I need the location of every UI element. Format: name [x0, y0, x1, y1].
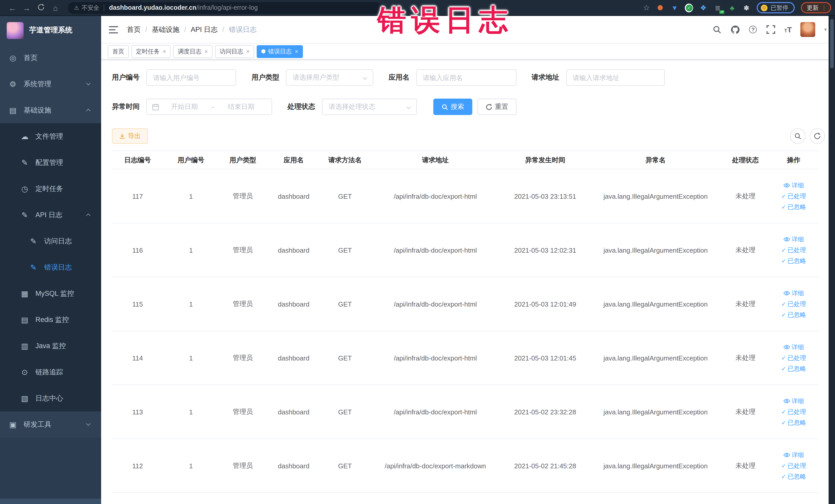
process-status-select[interactable]: 请选择处理状态 — [322, 99, 417, 115]
tab[interactable]: 访问日志 × — [215, 45, 254, 58]
paused-badge[interactable]: ☺ 已暂停 — [757, 2, 794, 13]
mark-processed-link[interactable]: ✓ 已处理 — [781, 246, 806, 255]
search-button[interactable]: 搜索 — [433, 99, 472, 115]
github-icon[interactable] — [731, 25, 740, 34]
breadcrumb-link[interactable]: API 日志 — [191, 25, 218, 34]
sidebar-item-label: 链路追踪 — [36, 367, 63, 377]
toggle-search-button[interactable] — [790, 128, 805, 144]
extension-puzzle-icon[interactable]: ✽ — [742, 4, 751, 12]
breadcrumb-link[interactable]: 首页 — [127, 25, 141, 34]
refresh-table-button[interactable] — [809, 128, 825, 144]
sidebar-item-system-management[interactable]: ⚙ 系统管理 — [0, 71, 101, 97]
cell-actions: 详细 ✓ 已处理 ✓ 已忽略 — [769, 439, 818, 493]
mark-ignored-link[interactable]: ✓ 已忽略 — [781, 257, 806, 265]
mark-ignored-link[interactable]: ✓ 已忽略 — [781, 472, 806, 481]
tab-close-icon[interactable]: × — [295, 45, 298, 57]
kebab-menu-icon[interactable]: ⋮ — [821, 4, 827, 11]
sidebar-item-log-center[interactable]: ▧ 日志中心 — [0, 385, 101, 411]
detail-link[interactable]: 详细 — [783, 450, 804, 459]
extension-off-badge-icon[interactable]: ≣off — [714, 4, 722, 12]
sidebar-item-label: 系统管理 — [24, 79, 51, 88]
sidebar-item-home[interactable]: ◎ 首页 — [0, 45, 101, 71]
help-icon[interactable]: ? — [749, 25, 758, 34]
sidebar-item-java-monitor[interactable]: ▥ Java 监控 — [0, 333, 101, 359]
tab[interactable]: 调度日志 × — [173, 45, 212, 58]
tab-close-icon[interactable]: × — [246, 45, 250, 57]
avatar[interactable] — [801, 22, 815, 37]
sidebar-item-error-log[interactable]: ✎ 错误日志 — [0, 254, 101, 280]
sidebar-item-tracing[interactable]: ⊙ 链路追踪 — [0, 359, 101, 385]
tab-close-icon[interactable]: × — [163, 45, 166, 57]
sidebar-item-dev-tools[interactable]: ▣ 研发工具 — [0, 411, 101, 438]
page-scrollbar[interactable] — [829, 16, 835, 504]
sidebar-item-api-log[interactable]: ✎ API 日志 — [0, 202, 101, 228]
bookmark-star-icon[interactable]: ☆ — [643, 3, 650, 12]
search-icon[interactable] — [713, 25, 722, 34]
sidebar-item-redis-monitor[interactable]: ▤ Redis 监控 — [0, 306, 101, 333]
address-bar[interactable]: ⚠ 不安全 dashboard.yudao.iocoder.cn/infra/l… — [68, 2, 382, 14]
page-content: 用户编号 用户类型 请选择用户类型 应用名 — [101, 60, 835, 504]
tab[interactable]: 定时任务 × — [131, 45, 171, 58]
detail-link[interactable]: 详细 — [783, 343, 804, 351]
fullscreen-icon[interactable] — [767, 25, 776, 34]
tab-close-icon[interactable]: × — [205, 45, 208, 57]
browser-home-icon[interactable]: ⌂ — [49, 3, 62, 12]
calendar-icon — [152, 103, 159, 110]
extension-leaf-icon[interactable]: ♣ — [728, 4, 736, 12]
extension-shield-icon[interactable]: ▼ — [670, 4, 679, 12]
hamburger-icon[interactable] — [109, 26, 118, 33]
cell-request-url: /api/infra/db-doc/export-html — [370, 223, 501, 277]
sidebar-item-config-management[interactable]: ✎ 配置管理 — [0, 149, 101, 176]
tab[interactable]: 首页 — [108, 45, 129, 58]
detail-link[interactable]: 详细 — [783, 181, 804, 190]
font-size-icon[interactable]: TT — [785, 26, 792, 33]
check-icon: ✓ — [781, 204, 786, 210]
mark-ignored-link[interactable]: ✓ 已忽略 — [781, 203, 806, 211]
sidebar-item-cron-jobs[interactable]: ◷ 定时任务 — [0, 176, 101, 202]
browser-back-icon[interactable]: ← — [6, 3, 19, 12]
user-type-select[interactable]: 请选择用户类型 — [286, 69, 373, 86]
reset-button[interactable]: 重置 — [477, 99, 516, 115]
mark-ignored-link[interactable]: ✓ 已忽略 — [781, 418, 806, 427]
app-logo-row[interactable]: 芋道管理系统 — [0, 16, 101, 45]
mark-processed-link[interactable]: ✓ 已处理 — [781, 461, 806, 470]
tab[interactable]: 错误日志 × — [257, 45, 303, 58]
sidebar-item-infrastructure[interactable]: ▤ 基础设施 — [0, 97, 101, 123]
cell-method: GET — [320, 331, 370, 385]
export-button[interactable]: 导出 — [112, 128, 148, 144]
detail-link[interactable]: 详细 — [783, 397, 804, 405]
mark-processed-link[interactable]: ✓ 已处理 — [781, 192, 806, 201]
dashboard-icon: ◎ — [8, 53, 18, 62]
breadcrumb-link[interactable]: 错误日志 — [229, 25, 257, 34]
update-button[interactable]: 更新 ⋮ — [801, 2, 831, 13]
exception-time-range[interactable]: 开始日期 - 结束日期 — [146, 99, 272, 115]
detail-link[interactable]: 详细 — [783, 289, 804, 298]
extension-grid-icon[interactable]: ❖ — [699, 4, 708, 12]
chevron-down-icon — [363, 76, 367, 80]
cell-user-type: 管理员 — [219, 385, 267, 439]
mark-processed-link[interactable]: ✓ 已处理 — [781, 354, 806, 362]
cell-user-id: 1 — [163, 439, 219, 493]
user-menu-caret-icon[interactable]: ▾ — [824, 27, 827, 32]
extension-orange-icon[interactable] — [656, 4, 664, 12]
sidebar-item-access-log[interactable]: ✎ 访问日志 — [0, 228, 101, 254]
request-url-input[interactable] — [566, 69, 665, 86]
sidebar-item-mysql-monitor[interactable]: ▦ MySQL 监控 — [0, 280, 101, 306]
extension-green-check-icon[interactable]: ✓ — [685, 4, 693, 12]
sidebar-item-file-management[interactable]: ☁ 文件管理 — [0, 123, 101, 149]
table-row: 117 1 管理员 dashboard GET /api/infra/db-do… — [112, 169, 818, 223]
detail-link[interactable]: 详细 — [783, 235, 804, 244]
scrollbar-thumb[interactable] — [830, 19, 833, 68]
user-id-input[interactable] — [146, 69, 236, 86]
browser-forward-icon[interactable]: → — [21, 3, 33, 12]
mark-processed-link[interactable]: ✓ 已处理 — [781, 300, 806, 308]
mark-ignored-link[interactable]: ✓ 已忽略 — [781, 364, 806, 373]
security-label[interactable]: 不安全 — [82, 4, 99, 12]
browser-reload-icon[interactable] — [35, 3, 47, 12]
mark-processed-link[interactable]: ✓ 已处理 — [781, 407, 806, 416]
cell-app-name: dashboard — [267, 385, 320, 439]
breadcrumb-link[interactable]: 基础设施 — [152, 25, 180, 34]
app-name-input[interactable] — [416, 69, 516, 86]
tags-view-bar: 首页 定时任务 × 调度日志 × — [101, 44, 835, 60]
mark-ignored-link[interactable]: ✓ 已忽略 — [781, 310, 806, 319]
